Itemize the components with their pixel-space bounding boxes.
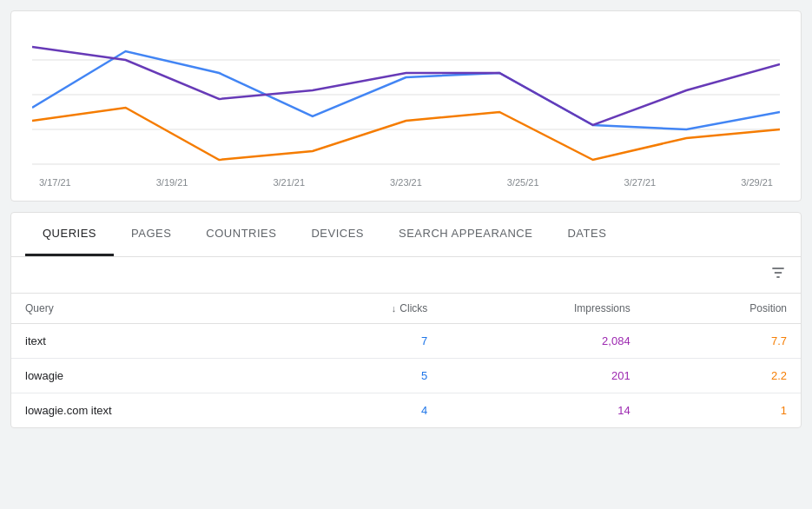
tab-dates[interactable]: DATES bbox=[550, 213, 624, 256]
cell-position-2: 1 bbox=[644, 393, 801, 428]
col-header-query: Query bbox=[11, 294, 287, 324]
cell-position-1: 2.2 bbox=[644, 359, 801, 393]
filter-icon[interactable] bbox=[769, 264, 787, 286]
cell-clicks-2: 4 bbox=[287, 393, 441, 428]
x-label-5: 3/25/21 bbox=[507, 177, 539, 188]
x-label-2: 3/19/21 bbox=[156, 177, 188, 188]
cell-clicks-1: 5 bbox=[287, 359, 441, 393]
tabs-bar: QUERIES PAGES COUNTRIES DEVICES SEARCH A… bbox=[11, 213, 801, 257]
tab-countries[interactable]: COUNTRIES bbox=[188, 213, 294, 256]
data-table: Query ↓Clicks Impressions Position itext… bbox=[11, 294, 801, 427]
cell-position-0: 7.7 bbox=[644, 324, 801, 359]
x-label-7: 3/29/21 bbox=[741, 177, 773, 188]
table-card: QUERIES PAGES COUNTRIES DEVICES SEARCH A… bbox=[10, 212, 802, 428]
tab-pages[interactable]: PAGES bbox=[114, 213, 188, 256]
x-label-6: 3/27/21 bbox=[624, 177, 657, 188]
cell-impressions-0: 2,084 bbox=[441, 324, 644, 359]
table-header-row: Query ↓Clicks Impressions Position bbox=[11, 294, 801, 324]
table-row: lowagie.com itext 4 14 1 bbox=[11, 393, 801, 428]
cell-query-0: itext bbox=[11, 324, 287, 359]
cell-query-1: lowagie bbox=[11, 359, 287, 393]
col-header-impressions: Impressions bbox=[441, 294, 644, 324]
col-header-clicks: ↓Clicks bbox=[287, 294, 441, 324]
x-label-1: 3/17/21 bbox=[39, 177, 71, 188]
cell-impressions-1: 201 bbox=[441, 359, 644, 393]
tab-devices[interactable]: DEVICES bbox=[294, 213, 381, 256]
table-row: itext 7 2,084 7.7 bbox=[11, 324, 801, 359]
cell-impressions-2: 14 bbox=[441, 393, 644, 428]
x-label-3: 3/21/21 bbox=[273, 177, 305, 188]
cell-clicks-0: 7 bbox=[287, 324, 441, 359]
col-header-position: Position bbox=[644, 294, 801, 324]
table-row: lowagie 5 201 2.2 bbox=[11, 359, 801, 393]
sort-icon: ↓ bbox=[392, 303, 397, 314]
x-label-4: 3/23/21 bbox=[390, 177, 422, 188]
x-axis-labels: 3/17/21 3/19/21 3/21/21 3/23/21 3/25/21 … bbox=[32, 177, 780, 188]
line-chart bbox=[32, 25, 780, 173]
chart-card: 3/17/21 3/19/21 3/21/21 3/23/21 3/25/21 … bbox=[10, 10, 802, 202]
filter-row bbox=[11, 257, 801, 294]
cell-query-2: lowagie.com itext bbox=[11, 393, 287, 428]
tab-search-appearance[interactable]: SEARCH APPEARANCE bbox=[381, 213, 550, 256]
tab-queries[interactable]: QUERIES bbox=[25, 213, 114, 256]
